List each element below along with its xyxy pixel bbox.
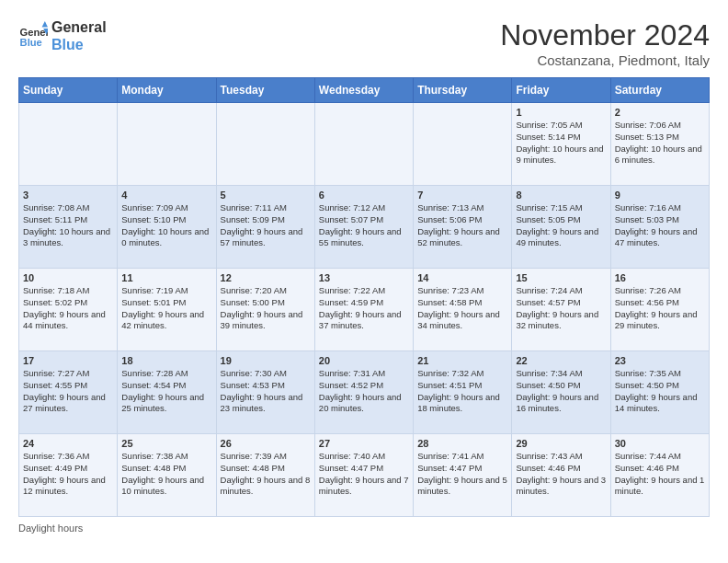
svg-text:General: General (20, 27, 48, 38)
calendar-cell: 17Sunrise: 7:27 AM Sunset: 4:55 PM Dayli… (19, 351, 118, 434)
calendar-cell (19, 103, 118, 186)
calendar-header: SundayMondayTuesdayWednesdayThursdayFrid… (19, 78, 710, 103)
calendar-cell: 12Sunrise: 7:20 AM Sunset: 5:00 PM Dayli… (216, 269, 314, 351)
day-number: 26 (221, 438, 311, 449)
logo-icon: General Blue (18, 21, 48, 51)
calendar-cell: 21Sunrise: 7:32 AM Sunset: 4:51 PM Dayli… (414, 351, 512, 434)
day-number: 24 (23, 438, 113, 449)
day-info: Sunrise: 7:28 AM Sunset: 4:54 PM Dayligh… (121, 368, 211, 415)
calendar-cell: 5Sunrise: 7:11 AM Sunset: 5:09 PM Daylig… (216, 186, 314, 269)
page-header: General Blue General Blue November 2024 … (18, 18, 710, 68)
day-info: Sunrise: 7:15 AM Sunset: 5:05 PM Dayligh… (516, 202, 606, 249)
logo: General Blue General Blue (18, 18, 107, 53)
day-info: Sunrise: 7:19 AM Sunset: 5:01 PM Dayligh… (121, 285, 211, 332)
title-block: November 2024 Costanzana, Piedmont, Ital… (500, 18, 710, 68)
calendar-cell: 8Sunrise: 7:15 AM Sunset: 5:05 PM Daylig… (512, 186, 610, 269)
day-info: Sunrise: 7:13 AM Sunset: 5:06 PM Dayligh… (417, 202, 507, 249)
day-number: 16 (615, 272, 705, 283)
calendar-body: 1Sunrise: 7:05 AM Sunset: 5:14 PM Daylig… (19, 103, 710, 517)
day-number: 8 (516, 190, 606, 201)
day-number: 3 (23, 190, 113, 201)
calendar-cell: 18Sunrise: 7:28 AM Sunset: 4:54 PM Dayli… (118, 351, 216, 434)
day-number: 11 (121, 272, 211, 283)
day-number: 25 (121, 438, 211, 449)
day-number: 23 (615, 355, 705, 366)
day-number: 12 (221, 272, 311, 283)
calendar-week-1: 1Sunrise: 7:05 AM Sunset: 5:14 PM Daylig… (19, 103, 710, 186)
day-number: 19 (221, 355, 311, 366)
day-info: Sunrise: 7:39 AM Sunset: 4:48 PM Dayligh… (221, 451, 311, 498)
day-number: 15 (516, 272, 606, 283)
calendar-cell: 26Sunrise: 7:39 AM Sunset: 4:48 PM Dayli… (216, 434, 314, 517)
day-number: 5 (221, 190, 311, 201)
calendar-cell: 23Sunrise: 7:35 AM Sunset: 4:50 PM Dayli… (610, 351, 709, 434)
day-info: Sunrise: 7:44 AM Sunset: 4:46 PM Dayligh… (615, 451, 705, 498)
calendar-cell: 6Sunrise: 7:12 AM Sunset: 5:07 PM Daylig… (314, 186, 413, 269)
day-number: 4 (121, 190, 211, 201)
day-info: Sunrise: 7:38 AM Sunset: 4:48 PM Dayligh… (121, 451, 211, 498)
header-day-saturday: Saturday (610, 78, 709, 103)
calendar-cell: 13Sunrise: 7:22 AM Sunset: 4:59 PM Dayli… (314, 269, 413, 351)
day-info: Sunrise: 7:11 AM Sunset: 5:09 PM Dayligh… (221, 202, 311, 249)
day-number: 13 (319, 272, 409, 283)
calendar-table: SundayMondayTuesdayWednesdayThursdayFrid… (18, 77, 710, 517)
calendar-week-4: 17Sunrise: 7:27 AM Sunset: 4:55 PM Dayli… (19, 351, 710, 434)
calendar-cell: 29Sunrise: 7:43 AM Sunset: 4:46 PM Dayli… (512, 434, 610, 517)
calendar-cell: 1Sunrise: 7:05 AM Sunset: 5:14 PM Daylig… (512, 103, 610, 186)
day-number: 10 (23, 272, 113, 283)
day-info: Sunrise: 7:30 AM Sunset: 4:53 PM Dayligh… (221, 368, 311, 415)
location-subtitle: Costanzana, Piedmont, Italy (500, 52, 710, 68)
calendar-cell: 4Sunrise: 7:09 AM Sunset: 5:10 PM Daylig… (118, 186, 216, 269)
day-info: Sunrise: 7:22 AM Sunset: 4:59 PM Dayligh… (319, 285, 409, 332)
calendar-cell: 16Sunrise: 7:26 AM Sunset: 4:56 PM Dayli… (610, 269, 709, 351)
header-day-friday: Friday (512, 78, 610, 103)
day-number: 1 (516, 107, 606, 118)
calendar-cell (216, 103, 314, 186)
calendar-cell (414, 103, 512, 186)
logo-line1: General (51, 18, 107, 36)
header-day-wednesday: Wednesday (314, 78, 413, 103)
day-number: 20 (319, 355, 409, 366)
day-info: Sunrise: 7:05 AM Sunset: 5:14 PM Dayligh… (516, 120, 606, 167)
calendar-cell: 28Sunrise: 7:41 AM Sunset: 4:47 PM Dayli… (414, 434, 512, 517)
day-info: Sunrise: 7:41 AM Sunset: 4:47 PM Dayligh… (417, 451, 507, 498)
calendar-week-3: 10Sunrise: 7:18 AM Sunset: 5:02 PM Dayli… (19, 269, 710, 351)
calendar-week-2: 3Sunrise: 7:08 AM Sunset: 5:11 PM Daylig… (19, 186, 710, 269)
day-info: Sunrise: 7:26 AM Sunset: 4:56 PM Dayligh… (615, 285, 705, 332)
day-number: 28 (417, 438, 507, 449)
month-title: November 2024 (500, 18, 710, 52)
logo-line2: Blue (51, 36, 107, 53)
day-info: Sunrise: 7:16 AM Sunset: 5:03 PM Dayligh… (615, 202, 705, 249)
calendar-cell (118, 103, 216, 186)
header-day-sunday: Sunday (19, 78, 118, 103)
day-number: 30 (615, 438, 705, 449)
calendar-cell: 7Sunrise: 7:13 AM Sunset: 5:06 PM Daylig… (414, 186, 512, 269)
day-number: 17 (23, 355, 113, 366)
day-info: Sunrise: 7:24 AM Sunset: 4:57 PM Dayligh… (516, 285, 606, 332)
day-info: Sunrise: 7:31 AM Sunset: 4:52 PM Dayligh… (319, 368, 409, 415)
header-day-tuesday: Tuesday (216, 78, 314, 103)
day-number: 7 (417, 190, 507, 201)
calendar-cell: 20Sunrise: 7:31 AM Sunset: 4:52 PM Dayli… (314, 351, 413, 434)
day-info: Sunrise: 7:23 AM Sunset: 4:58 PM Dayligh… (417, 285, 507, 332)
day-info: Sunrise: 7:34 AM Sunset: 4:50 PM Dayligh… (516, 368, 606, 415)
calendar-cell: 25Sunrise: 7:38 AM Sunset: 4:48 PM Dayli… (118, 434, 216, 517)
calendar-cell: 9Sunrise: 7:16 AM Sunset: 5:03 PM Daylig… (610, 186, 709, 269)
calendar-cell: 19Sunrise: 7:30 AM Sunset: 4:53 PM Dayli… (216, 351, 314, 434)
day-info: Sunrise: 7:06 AM Sunset: 5:13 PM Dayligh… (615, 120, 705, 167)
calendar-cell: 30Sunrise: 7:44 AM Sunset: 4:46 PM Dayli… (610, 434, 709, 517)
day-info: Sunrise: 7:08 AM Sunset: 5:11 PM Dayligh… (23, 202, 113, 249)
footer-note: Daylight hours (18, 523, 710, 534)
day-number: 2 (615, 107, 705, 118)
calendar-cell: 2Sunrise: 7:06 AM Sunset: 5:13 PM Daylig… (610, 103, 709, 186)
day-number: 29 (516, 438, 606, 449)
calendar-cell: 24Sunrise: 7:36 AM Sunset: 4:49 PM Dayli… (19, 434, 118, 517)
calendar-cell: 27Sunrise: 7:40 AM Sunset: 4:47 PM Dayli… (314, 434, 413, 517)
day-number: 9 (615, 190, 705, 201)
day-info: Sunrise: 7:20 AM Sunset: 5:00 PM Dayligh… (221, 285, 311, 332)
calendar-cell: 22Sunrise: 7:34 AM Sunset: 4:50 PM Dayli… (512, 351, 610, 434)
calendar-cell: 14Sunrise: 7:23 AM Sunset: 4:58 PM Dayli… (414, 269, 512, 351)
day-info: Sunrise: 7:40 AM Sunset: 4:47 PM Dayligh… (319, 451, 409, 498)
day-number: 6 (319, 190, 409, 201)
day-number: 22 (516, 355, 606, 366)
